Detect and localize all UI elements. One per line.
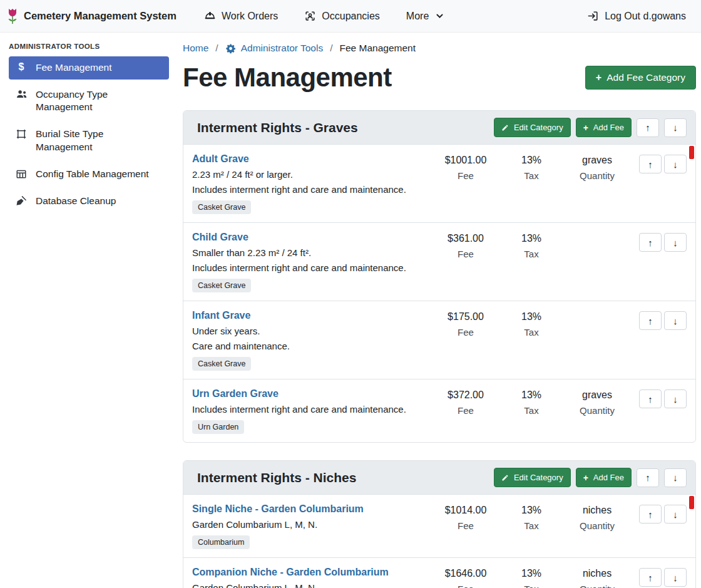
occupant-frame-icon [304,10,316,22]
move-category-up-button[interactable]: ↑ [637,118,659,137]
fee-name-link[interactable]: Urn Garden Grave [192,388,279,400]
move-fee-up-button[interactable]: ↑ [639,389,662,408]
table-icon [15,168,28,180]
fee-descriptions: Smaller than 2.23 m² / 24 ft².Includes i… [192,247,431,273]
fee-amount-label: Fee [431,405,500,416]
move-category-down-button[interactable]: ↓ [664,118,687,137]
fee-quantity-cell: niches Quantity [563,503,632,531]
fee-info-cell: Adult Grave 2.23 m² / 24 ft² or larger.I… [192,153,431,214]
fee-descriptions: Garden Columbarium L, M, N. [192,519,431,530]
pencil-icon [501,474,509,482]
fee-name-link[interactable]: Adult Grave [192,153,249,165]
fee-quantity-cell: niches Quantity [563,567,632,588]
fee-tax-label: Tax [500,249,563,259]
fee-tax-cell: 13% Tax [500,232,563,259]
add-fee-button[interactable]: + Add Fee [576,118,632,137]
move-fee-up-button[interactable]: ↑ [639,505,662,524]
move-fee-down-button[interactable]: ↓ [664,505,687,524]
fee-name-link[interactable]: Single Niche - Garden Columbarium [192,503,364,515]
logout-button[interactable]: Log Out d.gowans [587,10,686,22]
fee-category-card: Interment Rights - Graves Edit Category … [183,110,696,443]
sidebar-item-occupancy-type[interactable]: Occupancy Type Management [9,83,169,119]
card-scrollbar-marker[interactable] [689,496,694,509]
fee-name-link[interactable]: Child Grave [192,232,248,243]
sidebar-item-database-cleanup[interactable]: Database Cleanup [9,190,169,213]
gear-icon [225,43,236,54]
plus-icon: + [583,123,588,132]
sidebar-item-config-table[interactable]: Config Table Management [9,163,169,186]
add-fee-category-button[interactable]: + Add Fee Category [585,66,696,90]
fee-tax-cell: 13% Tax [500,567,563,588]
fee-description: Garden Columbarium L, M, N. [192,519,431,530]
breadcrumb-admin-link[interactable]: Administrator Tools [225,43,324,54]
sidebar-item-fee-management[interactable]: $ Fee Management [9,56,169,80]
nav-item-label: More [406,11,429,22]
add-fee-category-label: Add Fee Category [606,72,685,83]
fee-row: Urn Garden Grave Includes interment righ… [183,379,695,442]
fee-quantity-value: graves [563,389,632,401]
nav-item-work-orders[interactable]: Work Orders [204,10,278,22]
fee-tax: 13% [500,505,563,516]
fee-tax-label: Tax [500,170,563,181]
fee-amount-label: Fee [431,249,500,259]
fee-amount-label: Fee [431,584,500,588]
add-fee-label: Add Fee [593,473,624,482]
move-fee-down-button[interactable]: ↓ [664,155,687,173]
fee-amount-cell: $175.00 Fee [431,310,500,338]
move-fee-up-button[interactable]: ↑ [639,233,662,252]
fee-type-badge: Casket Grave [192,357,251,371]
fee-name-link[interactable]: Companion Niche - Garden Columbarium [192,567,389,578]
site-frame-icon [15,128,28,140]
fee-description: Smaller than 2.23 m² / 24 ft². [192,247,431,258]
move-fee-up-button[interactable]: ↑ [639,311,662,330]
arrow-up-icon: ↑ [645,122,650,133]
edit-category-button[interactable]: Edit Category [494,118,571,137]
fee-tax-label: Tax [500,405,563,416]
move-fee-up-button[interactable]: ↑ [639,568,662,587]
move-category-up-button[interactable]: ↑ [637,468,659,487]
edit-category-button[interactable]: Edit Category [494,468,571,487]
page-title: Fee Management [183,63,392,93]
category-fees: Single Niche - Garden Columbarium Garden… [183,495,695,588]
move-fee-down-button[interactable]: ↓ [664,233,687,252]
main-content: Home / Administrator Tools / Fee Managem… [183,33,696,588]
nav-item-occupancies[interactable]: Occupancies [304,10,380,22]
fee-info-cell: Single Niche - Garden Columbarium Garden… [192,503,431,549]
breadcrumb-home-link[interactable]: Home [183,43,208,54]
nav-items: Work Orders Occupancies More [204,10,444,22]
card-scrollbar-marker[interactable] [689,146,694,159]
fee-descriptions: Garden Columbarium L, M, N. [192,582,431,588]
fee-name-link[interactable]: Infant Grave [192,310,250,321]
arrow-down-icon: ↓ [673,237,678,248]
sidebar-item-label: Fee Management [36,61,112,74]
fee-tax-label: Tax [500,520,563,531]
fee-quantity-label: Quantity [563,405,632,416]
fee-description: Garden Columbarium L, M, N. [192,582,431,588]
sidebar-item-burial-site-type[interactable]: Burial Site Type Management [9,123,169,158]
top-navbar: Cemetery Management System Work Orders [0,0,701,33]
categories: Interment Rights - Graves Edit Category … [183,110,696,588]
nav-item-more[interactable]: More [406,10,444,22]
arrow-up-icon: ↑ [648,159,653,170]
add-fee-button[interactable]: + Add Fee [576,468,632,487]
move-fee-down-button[interactable]: ↓ [664,568,687,587]
fee-tax: 13% [500,233,563,244]
fee-description: Includes interment right and care and ma… [192,262,431,273]
arrow-down-icon: ↓ [673,394,678,405]
fee-row: Infant Grave Under six years.Care and ma… [183,301,695,379]
fee-quantity-label: Quantity [563,584,632,588]
fee-category-card: Interment Rights - Niches Edit Category … [183,460,696,588]
fee-description: Includes interment right and care and ma… [192,184,431,195]
app-brand[interactable]: Cemetery Management System [6,8,177,25]
fee-tax: 13% [500,311,563,322]
add-fee-label: Add Fee [593,123,624,132]
fee-row-arrows: ↑ ↓ [632,232,687,252]
move-fee-up-button[interactable]: ↑ [639,155,662,173]
sidebar-item-label: Database Cleanup [36,195,116,207]
move-category-down-button[interactable]: ↓ [664,468,687,487]
fee-quantity-value: niches [563,568,632,579]
move-fee-down-button[interactable]: ↓ [664,389,687,408]
fee-tax-label: Tax [500,584,563,588]
move-fee-down-button[interactable]: ↓ [664,311,687,330]
arrow-down-icon: ↓ [673,159,678,170]
